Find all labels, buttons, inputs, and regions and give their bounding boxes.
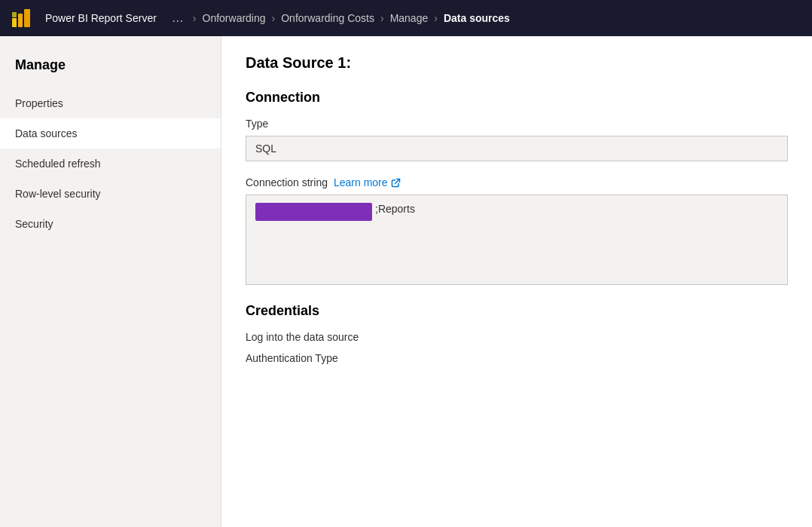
svg-rect-3	[12, 12, 17, 17]
main-layout: Manage Properties Data sources Scheduled…	[0, 36, 812, 527]
breadcrumb-onforwarding-costs[interactable]: Onforwarding Costs	[281, 12, 374, 24]
type-input[interactable]	[246, 136, 788, 161]
page-title: Data Source 1:	[246, 54, 788, 72]
svg-rect-0	[12, 18, 17, 27]
auth-type-label: Authentication Type	[246, 352, 788, 364]
sidebar: Manage Properties Data sources Scheduled…	[0, 36, 221, 527]
credentials-section: Credentials Log into the data source Aut…	[246, 303, 788, 364]
breadcrumb-manage[interactable]: Manage	[390, 12, 429, 24]
connection-string-field[interactable]: ;Reports	[246, 195, 788, 285]
nav-ellipsis: …	[172, 11, 184, 25]
sidebar-item-data-sources[interactable]: Data sources	[0, 118, 221, 149]
sidebar-title: Manage	[0, 51, 221, 88]
sidebar-item-scheduled-refresh[interactable]: Scheduled refresh	[0, 149, 221, 179]
connection-string-label: Connection string	[246, 176, 328, 188]
breadcrumb-chevron-4: ›	[434, 12, 438, 24]
credentials-section-title: Credentials	[246, 303, 788, 319]
external-link-icon	[391, 178, 401, 188]
svg-rect-1	[18, 14, 23, 27]
app-name-label: Power BI Report Server	[45, 12, 157, 24]
content-area: Data Source 1: Connection Type Connectio…	[221, 36, 812, 527]
app-logo	[9, 6, 33, 30]
learn-more-link[interactable]: Learn more	[334, 176, 401, 188]
connection-string-visible: ;Reports	[375, 203, 415, 215]
redacted-content	[255, 203, 372, 221]
sidebar-item-properties[interactable]: Properties	[0, 88, 221, 118]
connection-string-row: Connection string Learn more	[246, 176, 788, 188]
connection-string-wrapper: ;Reports	[246, 195, 788, 285]
breadcrumb-chevron-2: ›	[272, 12, 276, 24]
connection-section-title: Connection	[246, 90, 788, 106]
top-nav: Power BI Report Server … › Onforwarding …	[0, 0, 812, 36]
breadcrumb-onforwarding[interactable]: Onforwarding	[203, 12, 266, 24]
sidebar-item-row-level-security[interactable]: Row-level security	[0, 179, 221, 209]
type-label: Type	[246, 118, 788, 130]
log-into-label: Log into the data source	[246, 331, 788, 343]
svg-rect-2	[24, 9, 30, 27]
breadcrumb-data-sources: Data sources	[444, 12, 510, 24]
breadcrumb-chevron-1: ›	[193, 12, 197, 24]
sidebar-item-security[interactable]: Security	[0, 209, 221, 239]
breadcrumb-chevron-3: ›	[380, 12, 384, 24]
